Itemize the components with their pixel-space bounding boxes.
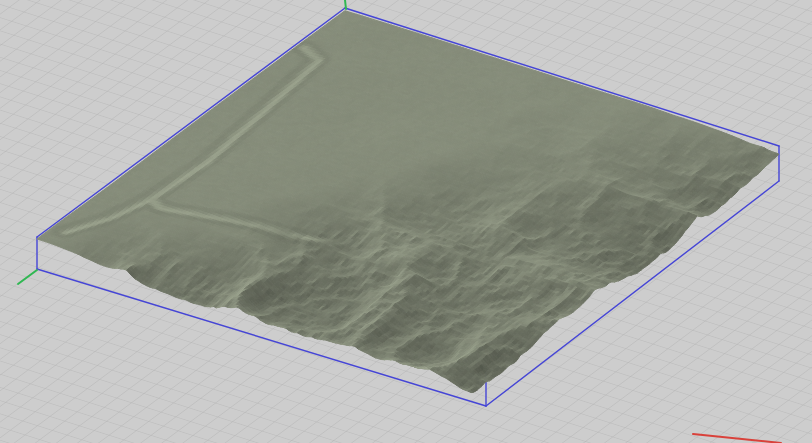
3d-viewport[interactable]: [0, 0, 812, 443]
terrain-model[interactable]: [0, 0, 812, 443]
